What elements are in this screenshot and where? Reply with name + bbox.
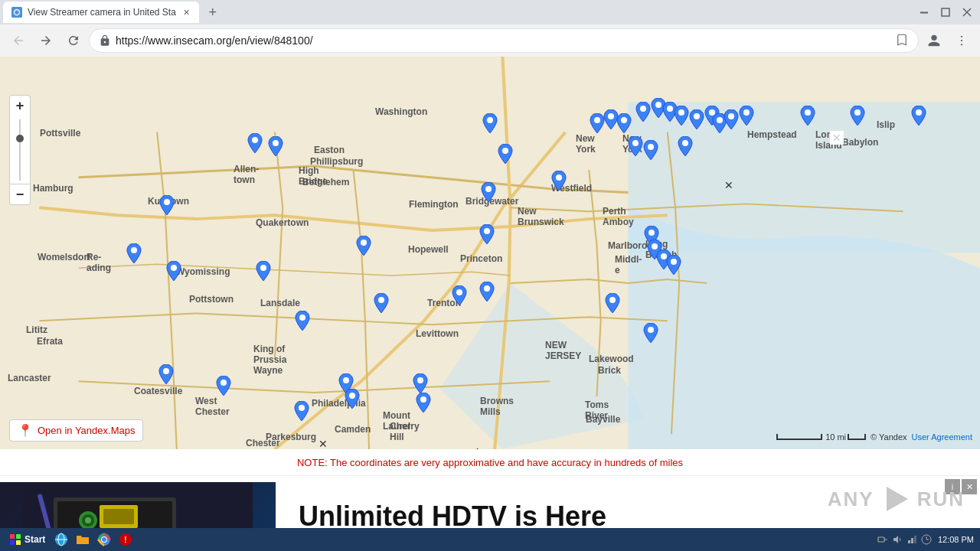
svg-rect-70: [10, 534, 15, 539]
zoom-track[interactable]: [19, 119, 21, 181]
svg-point-21: [299, 405, 305, 411]
map-marker[interactable]: [256, 261, 271, 281]
svg-point-47: [717, 117, 723, 123]
svg-point-25: [420, 396, 426, 403]
bookmark-button[interactable]: [895, 33, 909, 49]
map-cursor: ⊹: [472, 445, 483, 449]
svg-point-55: [632, 140, 639, 146]
svg-point-20: [299, 315, 305, 321]
svg-point-28: [171, 265, 177, 271]
svg-point-35: [648, 230, 655, 236]
map-attribution: 10 mi © Yandex User Agreement: [776, 432, 972, 442]
map-marker[interactable]: [126, 243, 142, 263]
map-marker[interactable]: [345, 389, 360, 409]
map-x-3: ✕: [830, 131, 844, 145]
map-marker[interactable]: [674, 106, 689, 126]
map-marker[interactable]: [911, 106, 926, 126]
map-marker[interactable]: [216, 376, 231, 396]
map-marker[interactable]: [498, 144, 513, 164]
minimize-button[interactable]: [914, 5, 934, 19]
svg-point-49: [743, 109, 750, 116]
anyrun-play-icon: [880, 484, 911, 514]
svg-point-67: [85, 517, 91, 523]
map-marker[interactable]: [628, 136, 643, 156]
map-marker[interactable]: [479, 282, 495, 302]
map-marker[interactable]: [416, 393, 431, 412]
map-marker[interactable]: [374, 293, 389, 313]
svg-point-48: [728, 113, 734, 119]
taskbar-antivirus-icon[interactable]: !: [116, 530, 136, 549]
map-marker[interactable]: [452, 285, 467, 305]
zoom-thumb[interactable]: [16, 135, 24, 142]
map-marker[interactable]: [643, 140, 658, 160]
map-marker[interactable]: [724, 109, 739, 129]
svg-rect-4: [942, 8, 949, 16]
taskbar-items: !: [51, 530, 877, 549]
map-marker[interactable]: [294, 401, 309, 421]
map-marker[interactable]: [605, 293, 620, 313]
browser-tab[interactable]: View Streamer camera in United Sta ✕: [3, 2, 199, 23]
menu-button[interactable]: [949, 28, 974, 53]
svg-point-43: [667, 106, 673, 112]
map-marker[interactable]: [739, 106, 754, 126]
system-tray: 12:08 PM: [877, 533, 977, 546]
map-marker[interactable]: [356, 236, 371, 256]
map-marker[interactable]: [666, 255, 681, 275]
tray-icon-network[interactable]: [906, 533, 918, 546]
address-bar[interactable]: https://www.insecam.org/en/view/848100/: [89, 28, 919, 53]
close-button[interactable]: [957, 5, 977, 19]
map-marker[interactable]: [800, 106, 815, 126]
zoom-out-button[interactable]: −: [9, 184, 31, 205]
svg-point-58: [594, 117, 600, 123]
map-marker[interactable]: [482, 113, 498, 133]
map-marker[interactable]: [590, 113, 605, 133]
back-button[interactable]: [6, 28, 31, 53]
svg-rect-73: [16, 540, 21, 545]
user-agreement-link[interactable]: User Agreement: [912, 432, 972, 442]
taskbar-chrome-icon[interactable]: [94, 530, 114, 549]
profile-button[interactable]: [922, 28, 946, 53]
reload-button[interactable]: [61, 28, 86, 53]
scale-line: [776, 434, 822, 440]
start-icon: [9, 533, 21, 546]
tray-icon-speaker[interactable]: [891, 533, 903, 546]
svg-point-44: [678, 109, 684, 116]
map-marker[interactable]: [635, 102, 651, 122]
map-marker[interactable]: [479, 224, 495, 244]
map-marker[interactable]: [268, 136, 283, 156]
map-marker[interactable]: [551, 171, 567, 191]
zoom-bar[interactable]: [9, 116, 31, 184]
tray-icon-clock[interactable]: [920, 533, 933, 546]
map-marker[interactable]: [678, 136, 693, 156]
taskbar-ie-icon[interactable]: [51, 530, 71, 549]
svg-rect-82: [878, 537, 884, 542]
map-marker[interactable]: [850, 106, 865, 126]
open-yandex-button[interactable]: 📍 Open in Yandex.Maps: [9, 419, 143, 442]
map-container[interactable]: Washington Easton Phillipsburg High Brid…: [0, 57, 980, 449]
svg-marker-69: [887, 487, 908, 511]
map-marker[interactable]: [166, 261, 181, 281]
forward-button[interactable]: [34, 28, 58, 53]
svg-point-40: [621, 117, 627, 123]
zoom-in-button[interactable]: +: [9, 95, 31, 116]
svg-point-57: [682, 140, 688, 146]
map-marker[interactable]: [689, 109, 704, 129]
scale-line-2: [848, 434, 866, 440]
maximize-button[interactable]: [936, 5, 956, 19]
map-marker[interactable]: [616, 113, 632, 133]
map-marker[interactable]: [413, 373, 428, 393]
map-marker[interactable]: [247, 133, 263, 153]
map-marker[interactable]: [295, 311, 310, 331]
tray-icon-1[interactable]: [877, 533, 889, 546]
page-content: Washington Easton Phillipsburg High Brid…: [0, 57, 980, 551]
taskbar-folder-icon[interactable]: [73, 530, 93, 549]
new-tab-button[interactable]: +: [202, 2, 224, 23]
tab-close-button[interactable]: ✕: [181, 6, 193, 18]
map-marker[interactable]: [159, 195, 175, 215]
start-button[interactable]: Start: [3, 532, 51, 547]
map-marker[interactable]: [158, 364, 174, 384]
svg-point-50: [805, 109, 811, 116]
svg-point-18: [456, 289, 462, 295]
map-marker[interactable]: [643, 323, 658, 343]
map-marker[interactable]: [481, 182, 496, 202]
